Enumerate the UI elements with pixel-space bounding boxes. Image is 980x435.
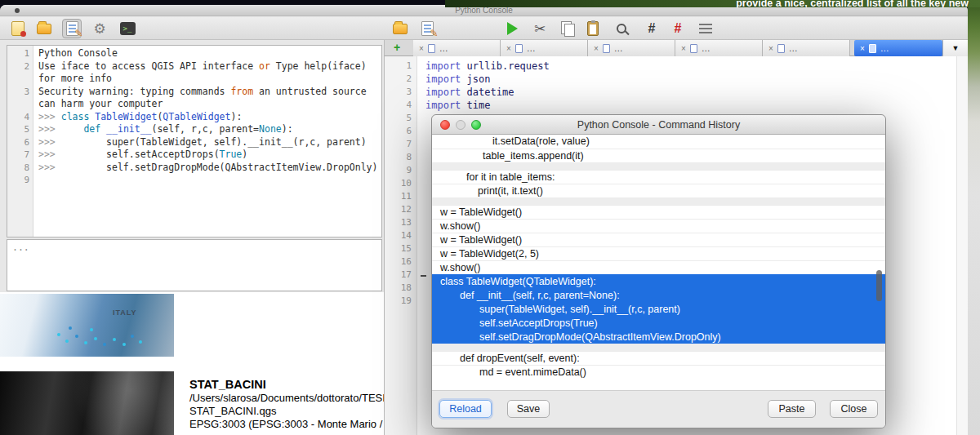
save-script-icon (421, 21, 434, 36)
line-number: 17 (385, 269, 417, 282)
paste-button[interactable]: Paste (768, 400, 816, 418)
line-number: 9 (7, 174, 33, 187)
editor-tab-selected[interactable]: ×… (854, 40, 942, 56)
console-output[interactable]: 1Python Console2Use iface to access QGIS… (7, 45, 382, 237)
import-class-icon[interactable] (34, 19, 54, 38)
options-icon[interactable] (90, 19, 109, 38)
close-button[interactable]: Close (830, 400, 878, 418)
find-text-icon[interactable] (612, 19, 631, 38)
line-number: 5 (7, 123, 33, 136)
history-item[interactable]: md = event.mimeData() (432, 365, 885, 379)
minimize-window-icon[interactable] (456, 120, 466, 130)
history-item-selected[interactable]: super(TableWidget, self).__init__(r,c, p… (432, 302, 885, 316)
recent-project-thumbnail-stat-bacini[interactable] (0, 371, 174, 435)
show-editor-icon[interactable] (62, 19, 82, 38)
editor-scrollbar[interactable] (956, 56, 968, 435)
editor-tab[interactable]: ×… (501, 40, 588, 56)
comment-icon[interactable] (642, 19, 662, 38)
line-number: 15 (385, 242, 417, 255)
line-number: 9 (385, 164, 417, 177)
run-command-icon (120, 22, 136, 35)
cut-icon (534, 20, 546, 38)
zoom-window-icon[interactable] (471, 120, 481, 130)
editor-tab[interactable]: ×… (675, 40, 763, 56)
paste-icon[interactable] (583, 19, 603, 38)
uncomment-icon[interactable] (668, 19, 688, 38)
line-number: 12 (385, 203, 417, 216)
editor-tab[interactable]: ×… (763, 40, 850, 56)
console-lines: 1Python Console2Use iface to access QGIS… (7, 46, 381, 187)
editor-tab[interactable]: ×… (413, 40, 501, 56)
history-item[interactable]: table_items.append(it) (432, 149, 885, 162)
window-control-icon[interactable] (15, 8, 20, 13)
history-item[interactable]: w = TableWidget(2, 5) (432, 246, 885, 260)
line-number: 19 (385, 295, 417, 308)
command-history-dialog: Python Console - Command History it.setD… (431, 114, 886, 428)
history-item[interactable]: it.setData(role, value) (432, 135, 885, 149)
history-item[interactable]: print(it, it.text() (432, 184, 885, 198)
tab-doc-icon (428, 44, 435, 53)
editor-tab[interactable]: ×… (588, 40, 675, 56)
console-input[interactable]: ... (7, 239, 382, 291)
tab-close-icon[interactable]: × (506, 44, 511, 53)
history-item-selected[interactable]: class TableWidget(QTableWidget): (432, 274, 885, 288)
history-item-selected[interactable]: def __init__(self, r,c, parent=None): (432, 288, 885, 302)
reload-button[interactable]: Reload (439, 400, 492, 418)
show-editor-icon (66, 21, 78, 36)
copy-icon[interactable] (558, 19, 577, 38)
history-item-selected[interactable]: self.setDragDropMode(QAbstractItemView.D… (432, 330, 885, 344)
line-number: 3 (385, 86, 417, 99)
history-item[interactable]: w = TableWidget() (432, 205, 885, 219)
tab-doc-icon (690, 44, 697, 53)
import-class-icon (37, 24, 51, 34)
line-number: 7 (385, 138, 417, 151)
run-command-icon[interactable] (118, 19, 137, 38)
tab-close-icon[interactable]: × (860, 44, 865, 53)
tab-close-icon[interactable]: × (419, 44, 424, 53)
history-item[interactable]: w.show() (432, 219, 885, 233)
clear-console-icon[interactable] (8, 19, 28, 38)
history-item-selected[interactable]: self.setAcceptDrops(True) (432, 316, 885, 330)
recent-project-thumbnail-italy[interactable]: ITALY (0, 294, 174, 357)
desktop-wallpaper-green: provide a nice, centralized list of all … (445, 0, 980, 7)
history-item[interactable]: w.show() (432, 260, 885, 274)
fold-marker-icon[interactable] (421, 275, 426, 277)
run-script-icon (507, 22, 518, 35)
line-number: 1 (385, 60, 417, 73)
tab-close-icon[interactable]: × (681, 44, 686, 53)
console-line: for more info (7, 73, 381, 86)
line-number: 4 (7, 111, 33, 124)
object-inspector-icon (699, 24, 712, 33)
history-item[interactable]: w = TableWidget() (432, 233, 885, 246)
dialog-titlebar[interactable]: Python Console - Command History (432, 115, 885, 135)
find-text-icon (617, 24, 626, 33)
options-icon (93, 20, 105, 38)
history-separator (432, 344, 885, 351)
run-script-icon[interactable] (502, 19, 522, 38)
history-scrollbar-thumb[interactable] (876, 270, 882, 301)
history-item[interactable]: for it in table_items: (432, 170, 885, 184)
command-history-list[interactable]: it.setData(role, value)table_items.appen… (432, 135, 885, 392)
line-number: 18 (385, 282, 417, 295)
console-line: 9 (7, 174, 381, 187)
save-script-icon[interactable] (417, 19, 437, 38)
copy-icon (561, 21, 574, 36)
console-line: 3Security warning: typing commands from … (7, 86, 381, 99)
tab-doc-icon (777, 44, 785, 53)
save-button[interactable]: Save (507, 400, 550, 418)
tab-overflow-dropdown[interactable]: ▼ (942, 40, 968, 56)
console-line: 7>>> self.setAcceptDrops(True) (7, 149, 381, 162)
object-inspector-icon[interactable] (696, 19, 715, 38)
cut-icon[interactable] (530, 19, 550, 38)
tab-close-icon[interactable]: × (594, 44, 599, 53)
editor-line: 2import json (385, 73, 968, 86)
tab-close-icon[interactable]: × (768, 44, 773, 53)
history-item[interactable]: def dropEvent(self, event): (432, 351, 885, 365)
open-script-icon[interactable] (390, 19, 410, 38)
close-window-icon[interactable] (440, 120, 450, 130)
console-line: 2Use iface to access QGIS API interface … (7, 60, 381, 73)
new-tab-icon[interactable]: + (391, 42, 403, 54)
line-number: 13 (385, 216, 417, 229)
editor-line: 1import urllib.request (385, 60, 968, 73)
console-line: can harm your computer (7, 98, 381, 111)
